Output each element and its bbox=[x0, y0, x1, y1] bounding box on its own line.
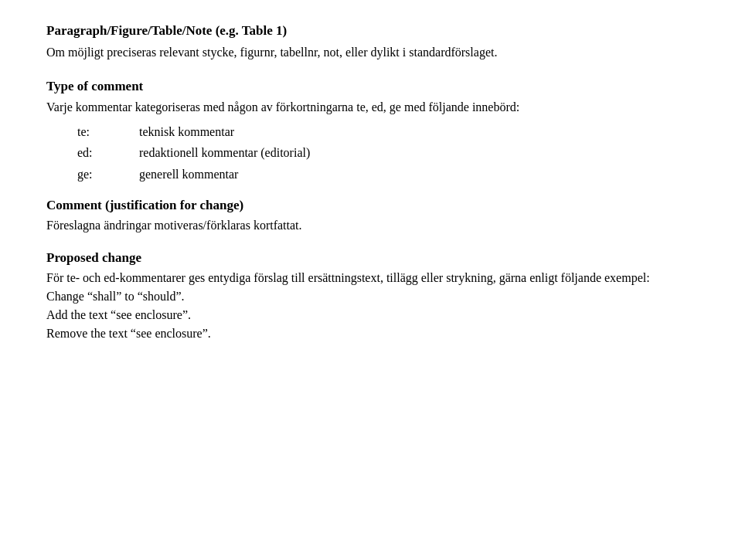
proposed-change-section: Proposed change För te- och ed-kommentar… bbox=[46, 250, 696, 343]
comment-row-ge: ge: generell kommentar bbox=[77, 165, 696, 185]
type-of-comment-section: Type of comment Varje kommentar kategori… bbox=[46, 79, 696, 184]
comment-row-te: te: teknisk kommentar bbox=[77, 122, 696, 142]
comment-row-ed: ed: redaktionell kommentar (editorial) bbox=[77, 143, 696, 163]
type-of-comment-heading: Type of comment bbox=[46, 79, 696, 94]
comment-key-ed: ed: bbox=[77, 143, 139, 163]
proposed-change-example-3: Remove the text “see enclosure”. bbox=[46, 324, 696, 343]
comment-abbreviations-table: te: teknisk kommentar ed: redaktionell k… bbox=[77, 122, 696, 185]
paragraph-figure-heading: Paragraph/Figure/Table/Note (e.g. Table … bbox=[46, 23, 696, 39]
proposed-change-example-2: Add the text “see enclosure”. bbox=[46, 306, 696, 324]
comment-key-ge: ge: bbox=[77, 165, 139, 185]
type-of-comment-intro: Varje kommentar kategoriseras med någon … bbox=[46, 97, 696, 117]
paragraph-figure-section: Paragraph/Figure/Table/Note (e.g. Table … bbox=[46, 23, 696, 62]
comment-justification-body: Föreslagna ändringar motiveras/förklaras… bbox=[46, 216, 696, 235]
proposed-change-intro: För te- och ed-kommentarer ges entydiga … bbox=[46, 269, 696, 287]
comment-value-te: teknisk kommentar bbox=[139, 122, 234, 142]
comment-key-te: te: bbox=[77, 122, 139, 142]
comment-justification-heading: Comment (justification for change) bbox=[46, 198, 696, 213]
proposed-change-heading: Proposed change bbox=[46, 250, 696, 266]
paragraph-figure-body: Om möjligt preciseras relevant stycke, f… bbox=[46, 43, 696, 62]
comment-justification-section: Comment (justification for change) Föres… bbox=[46, 198, 696, 235]
comment-value-ge: generell kommentar bbox=[139, 165, 238, 185]
proposed-change-example-1: Change “shall” to “should”. bbox=[46, 287, 696, 306]
comment-value-ed: redaktionell kommentar (editorial) bbox=[139, 143, 310, 163]
